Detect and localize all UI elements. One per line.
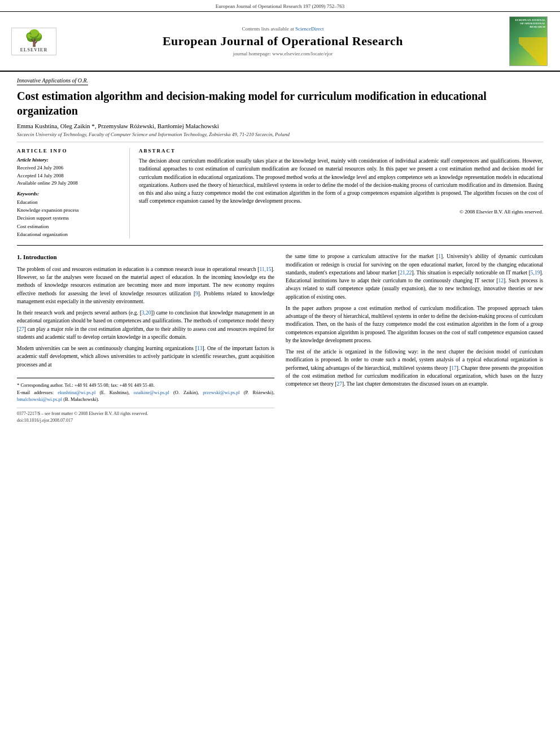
- sciencedirect-label: Contents lists available at ScienceDirec…: [62, 26, 504, 32]
- ref-13[interactable]: 13: [197, 346, 203, 351]
- info-abstract-section: ARTICLE INFO Article history: Received 2…: [17, 148, 543, 238]
- keyword-decision: Decision support systems: [17, 214, 123, 222]
- sciencedirect-link[interactable]: ScienceDirect: [295, 26, 323, 32]
- journal-title: European Journal of Operational Research: [62, 34, 504, 49]
- doi-line: doi:10.1016/j.ejor.2008.07.017: [17, 417, 274, 424]
- email-label: E-mail addresses:: [17, 390, 54, 395]
- homepage-url: www.elsevier.com/locate/ejor: [272, 51, 333, 56]
- keywords-label: Keywords:: [17, 191, 123, 196]
- left-column: 1. Introduction The problem of cost and …: [17, 252, 274, 424]
- journal-homepage: journal homepage: www.elsevier.com/locat…: [62, 51, 504, 56]
- left-para-3: Modern universities can be seen as conti…: [17, 344, 274, 369]
- email-line: E-mail addresses: ekushtina@wi.ps.pl (E.…: [17, 389, 274, 404]
- abstract-area: ABSTRACT The decision about curriculum m…: [139, 148, 543, 238]
- left-para-2: In their research work and projects seve…: [17, 309, 274, 341]
- abstract-text: The decision about curriculum modificati…: [139, 157, 543, 206]
- elsevier-logo: 🌳 ELSEVIER: [11, 28, 56, 55]
- ref-5-19[interactable]: 5,19: [531, 270, 540, 276]
- authors-list: Emma Kushtina, Oleg Zaikin *, Przemysław…: [17, 123, 219, 129]
- journal-title-area: Contents lists available at ScienceDirec…: [56, 24, 509, 59]
- email-przewski[interactable]: przewski@wi.ps.pl: [203, 390, 239, 395]
- keyword-knowledge: Knowledge expansion process: [17, 206, 123, 214]
- right-para-3: The rest of the article is organized in …: [286, 348, 543, 388]
- email-links[interactable]: ekushtina@wi.ps.pl: [58, 390, 95, 395]
- ref-1[interactable]: 1: [438, 254, 441, 259]
- elsevier-brand: ELSEVIER: [14, 47, 54, 53]
- keyword-cost: Cost estimation: [17, 222, 123, 230]
- article-history-label: Article history:: [17, 157, 123, 163]
- right-column: the same time to propose a curriculum at…: [286, 252, 543, 424]
- elsevier-tree-icon: 🌳: [14, 30, 54, 46]
- keyword-org: Educational organization: [17, 230, 123, 238]
- affiliation: Szczecin University of Technology, Facul…: [17, 132, 543, 142]
- cover-decoration: [519, 37, 547, 65]
- authors: Emma Kushtina, Oleg Zaikin *, Przemysław…: [17, 123, 543, 129]
- available-date: Available online 29 July 2008: [17, 180, 123, 187]
- body-columns: 1. Introduction The problem of cost and …: [17, 252, 543, 424]
- citation-text: European Journal of Operational Research…: [216, 3, 345, 9]
- corresponding-author: * Corresponding author. Tel.: +48 91 449…: [17, 382, 274, 389]
- received-date: Received 24 July 2006: [17, 164, 123, 172]
- ref-9[interactable]: 9: [195, 291, 198, 296]
- right-para-1: the same time to propose a curriculum at…: [286, 252, 543, 301]
- ref-21-22[interactable]: 21,22: [400, 270, 412, 276]
- section1-heading: 1. Introduction: [17, 252, 274, 262]
- content-divider: [17, 245, 543, 246]
- ref-3-20[interactable]: 3,20: [142, 310, 151, 316]
- email-bmal[interactable]: bmalchowski@wi.ps.pl: [17, 396, 62, 402]
- ref-11-15[interactable]: 11,15: [259, 267, 271, 272]
- journal-citation: European Journal of Operational Research…: [0, 0, 560, 12]
- footnote-area: * Corresponding author. Tel.: +48 91 449…: [17, 378, 274, 403]
- email-zaikin[interactable]: ozaikine@wi.ps.pl: [133, 390, 169, 395]
- cover-label-text: EUROPEAN JOURNAL OF OPERATIONAL RESEARCH: [511, 19, 545, 29]
- keyword-education: Education: [17, 198, 123, 206]
- article-info-title: ARTICLE INFO: [17, 148, 123, 154]
- journal-header: 🌳 ELSEVIER Contents lists available at S…: [0, 12, 560, 72]
- article-title: Cost estimation algorithm and decision-m…: [17, 89, 543, 118]
- ref-12[interactable]: 12: [498, 278, 504, 283]
- keywords-list: Education Knowledge expansion process De…: [17, 198, 123, 239]
- ref-27[interactable]: 27: [19, 326, 24, 332]
- copyright: © 2008 Elsevier B.V. All rights reserved…: [139, 209, 543, 215]
- abstract-title: ABSTRACT: [139, 148, 543, 154]
- right-para-2: In the paper authors propose a cost esti…: [286, 304, 543, 344]
- left-para-1: The problem of cost and resources estima…: [17, 265, 274, 305]
- main-content: Innovative Applications of O.R. Cost est…: [0, 72, 560, 430]
- journal-cover: EUROPEAN JOURNAL OF OPERATIONAL RESEARCH: [509, 16, 549, 66]
- section-label: Innovative Applications of O.R.: [17, 77, 88, 85]
- accepted-date: Accepted 14 July 2008: [17, 172, 123, 180]
- ref-17[interactable]: 17: [451, 365, 457, 371]
- article-info: ARTICLE INFO Article history: Received 2…: [17, 148, 130, 238]
- bottom-bar: 0377-2217/$ – see front matter © 2008 El…: [17, 408, 274, 424]
- page: European Journal of Operational Research…: [0, 0, 560, 747]
- ref-27b[interactable]: 27: [336, 381, 342, 387]
- issn-line: 0377-2217/$ – see front matter © 2008 El…: [17, 410, 274, 417]
